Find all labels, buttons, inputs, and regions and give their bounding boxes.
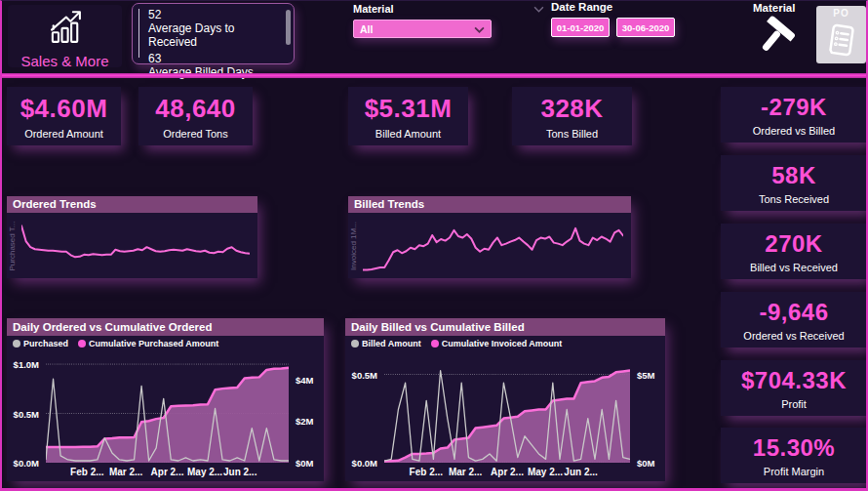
chart-legend: Billed Amount Cumulative Invoiced Amount — [345, 336, 665, 350]
kpi-label: Ordered vs Billed — [753, 125, 835, 137]
average-days-card: 52 Average Days to Received 63 Average B… — [132, 3, 295, 64]
kpi-label: Tons Billed — [546, 128, 598, 140]
chart-daily-ordered-vs-cumulative: Daily Ordered vs Cumulative Ordered Purc… — [7, 318, 324, 481]
kpi-label: Billed vs Received — [750, 262, 838, 273]
kpi-label: Ordered Tons — [163, 128, 227, 140]
kpi-card-ordered-vs-billed: -279K Ordered vs Billed — [721, 87, 867, 143]
material-dropdown[interactable]: All — [353, 20, 492, 38]
chart-title: Daily Billed vs Cumulative Billed — [345, 318, 665, 336]
avg-days-received-value: 52 — [148, 8, 284, 21]
legend-label: Cumulative Invoiced Amount — [442, 339, 563, 348]
line-chart — [363, 220, 623, 273]
kpi-label: Tons Received — [759, 193, 829, 205]
legend-dot — [351, 340, 359, 348]
chart-plot: Invoiced 1M... — [348, 213, 631, 278]
chart-title: Billed Trends — [348, 196, 631, 213]
kpi-card-ordered-vs-received: -9,646 Ordered vs Received — [721, 292, 867, 348]
sales-dashboard: Sales & More 52 Average Days to Received… — [0, 0, 868, 491]
material-slicer-label: Material — [353, 3, 394, 15]
y-axis-label: Invoiced 1M... — [349, 222, 358, 270]
chevron-down-icon[interactable] — [533, 3, 544, 15]
material-slicer: Material All — [353, 3, 544, 38]
app-title: Sales & More — [20, 53, 108, 69]
kpi-label: Ordered vs Received — [743, 330, 844, 342]
chart-plot: $1.0M$0.5M$0.0M $4M$2M$0M Feb 2...Mar 2.… — [9, 352, 322, 479]
kpi-value: $4.60M — [20, 94, 108, 124]
area-line-chart — [384, 356, 630, 463]
header-divider — [2, 73, 868, 78]
po-button[interactable]: PO — [816, 6, 866, 63]
y-axis-right: $4M$2M$0M — [291, 356, 322, 463]
kpi-label: Billed Amount — [375, 128, 441, 140]
po-button-label: PO — [833, 8, 848, 19]
chart-title: Daily Ordered vs Cumulative Ordered — [7, 318, 324, 336]
kpi-value: 328K — [540, 94, 603, 124]
legend-dot — [78, 340, 86, 348]
kpi-value: 15.30% — [753, 434, 835, 462]
kpi-card-ordered-amount: $4.60M Ordered Amount — [7, 87, 121, 145]
chart-title: Ordered Trends — [7, 196, 257, 213]
legend-item[interactable]: Cumulative Purchased Amount — [78, 339, 218, 348]
avg-days-received-label: Average Days to Received — [148, 21, 284, 49]
kpi-card-profit-margin: 15.30% Profit Margin — [721, 428, 867, 483]
date-range-label: Date Range — [551, 1, 680, 13]
kpi-value: -279K — [761, 94, 827, 121]
chart-legend: Purchased Cumulative Purchased Amount — [7, 336, 324, 350]
area-line-chart — [46, 356, 289, 463]
legend-dot — [431, 340, 439, 348]
line-chart — [21, 220, 250, 273]
bar-chart-trend-icon — [45, 7, 86, 52]
kpi-label: Ordered Amount — [24, 128, 103, 140]
legend-label: Billed Amount — [362, 339, 421, 348]
kpi-card-billed-vs-received: 270K Billed vs Received — [721, 224, 867, 279]
date-start-input[interactable]: 01-01-2020 — [551, 18, 610, 37]
chart-plot: $0.5M$0.0M $5M$0M Feb 2...Mar 2...Apr 2.… — [347, 352, 663, 479]
chart-plot: Purchased T... — [7, 213, 257, 278]
legend-dot — [13, 340, 20, 348]
legend-item[interactable]: Purchased — [13, 339, 68, 348]
purchase-order-icon — [822, 19, 861, 65]
kpi-label: Profit — [781, 398, 807, 410]
kpi-value: 48,640 — [155, 94, 236, 124]
legend-label: Purchased — [23, 339, 68, 348]
legend-item[interactable]: Cumulative Invoiced Amount — [431, 339, 563, 348]
chart-daily-billed-vs-cumulative: Daily Billed vs Cumulative Billed Billed… — [345, 318, 665, 481]
scrollbar-thumb[interactable] — [286, 10, 291, 45]
x-axis: Feb 2...Mar 2...Apr 2...May 2...Jun 2... — [46, 465, 289, 479]
y-axis-right: $5M$0M — [632, 356, 663, 463]
chart-billed-trends: Billed Trends Invoiced 1M... — [348, 196, 631, 278]
logo-card: Sales & More — [8, 5, 122, 67]
kpi-value: 270K — [765, 230, 822, 258]
kpi-card-tons-received: 58K Tons Received — [721, 155, 867, 211]
kpi-card-ordered-tons: 48,640 Ordered Tons — [138, 87, 253, 145]
legend-label: Cumulative Purchased Amount — [89, 339, 218, 348]
hammer-icon — [753, 45, 798, 61]
chart-ordered-trends: Ordered Trends Purchased T... — [7, 196, 257, 278]
kpi-label: Profit Margin — [764, 466, 824, 477]
y-axis-left: $0.5M$0.0M — [347, 356, 382, 463]
avg-billed-days-value: 63 — [148, 52, 284, 65]
divider-line — [138, 9, 139, 58]
kpi-card-tons-billed: 328K Tons Billed — [512, 87, 632, 145]
kpi-card-profit: $704.33K Profit — [721, 360, 867, 416]
y-axis-left: $1.0M$0.5M$0.0M — [9, 356, 44, 463]
kpi-card-billed-amount: $5.31M Billed Amount — [348, 87, 468, 145]
legend-item[interactable]: Billed Amount — [351, 339, 421, 348]
x-axis: Feb 2...Mar 2...Apr 2...May 2...Jun 2... — [384, 465, 630, 479]
y-axis-label: Purchased T... — [8, 221, 17, 270]
material-dropdown-value: All — [360, 23, 373, 35]
date-end-input[interactable]: 30-06-2020 — [616, 18, 675, 37]
material-tool-label: Material — [753, 2, 811, 14]
kpi-value: -9,646 — [759, 299, 828, 326]
kpi-value: $5.31M — [365, 94, 453, 124]
date-range-slicer: Date Range 01-01-2020 30-06-2020 — [551, 1, 680, 37]
kpi-value: 58K — [771, 162, 816, 189]
chevron-down-icon — [474, 23, 485, 35]
material-tool-button[interactable]: Material — [753, 2, 811, 62]
kpi-value: $704.33K — [741, 367, 847, 394]
